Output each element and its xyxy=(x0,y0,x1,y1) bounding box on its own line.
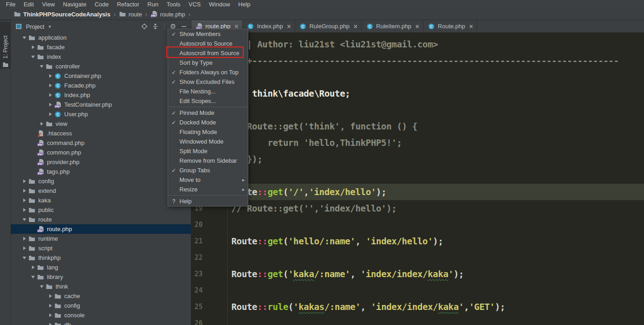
menu-item-file-nesting[interactable]: File Nesting... xyxy=(168,87,248,96)
code-line-25[interactable]: 25Route::rule('kakas/:name', 'index/inde… xyxy=(191,299,644,315)
chevron-right-icon[interactable] xyxy=(20,246,28,251)
tree-item-script[interactable]: script xyxy=(11,243,191,253)
chevron-down-icon[interactable] xyxy=(29,274,37,279)
tool-window-button-project[interactable]: 1: Project xyxy=(0,22,10,69)
chevron-right-icon[interactable] xyxy=(46,112,54,117)
menu-item-resize[interactable]: Resize▸ xyxy=(168,185,248,194)
code-line-14[interactable]: 14// Route::get('think', function () { xyxy=(191,118,644,134)
menubar-item-vcs[interactable]: VCS xyxy=(184,0,205,9)
tree-item-controller[interactable]: controller xyxy=(11,62,191,71)
tree-item-provider-php[interactable]: phpprovider.php xyxy=(11,157,191,167)
menu-item-edit-scopes[interactable]: Edit Scopes... xyxy=(168,96,248,106)
menu-item-remove-from-sidebar[interactable]: Remove from Sidebar xyxy=(168,156,248,165)
menu-item-move-to[interactable]: Move to▸ xyxy=(168,175,248,185)
menu-item-group-tabs[interactable]: ✓Group Tabs xyxy=(168,165,248,175)
tree-item-cache[interactable]: cache xyxy=(11,291,191,301)
tree-item-db[interactable]: db xyxy=(11,320,191,325)
tree-item-index-php[interactable]: CIndex.php xyxy=(11,90,191,100)
menubar-item-help[interactable]: Help xyxy=(234,0,255,9)
tree-item-thinkphp[interactable]: thinkphp xyxy=(11,253,191,263)
code-line-15[interactable]: 15// return 'hello,ThinkPHP5!'; xyxy=(191,134,644,151)
menu-item-help[interactable]: ?Help xyxy=(168,196,248,206)
chevron-right-icon[interactable] xyxy=(46,294,54,299)
locate-file-button[interactable] xyxy=(140,22,148,31)
code-line-26[interactable]: 26 xyxy=(191,315,644,325)
line-number[interactable]: 24 xyxy=(191,282,228,299)
tree-item-public[interactable]: public xyxy=(11,205,191,215)
chevron-right-icon[interactable] xyxy=(46,83,54,88)
tree-item-view[interactable]: view xyxy=(11,119,191,129)
tree-item-route[interactable]: route xyxy=(11,215,191,224)
tree-item-runtime[interactable]: runtime xyxy=(11,234,191,243)
tree-item-user-php[interactable]: CUser.php xyxy=(11,109,191,119)
code-line-16[interactable]: 16// }); xyxy=(191,151,644,167)
chevron-right-icon[interactable] xyxy=(20,198,28,203)
code-line-17[interactable]: 17 xyxy=(191,167,644,184)
tree-item-facade-php[interactable]: CFacade.php xyxy=(11,81,191,90)
breadcrumb-item-thinkphpsourcecodeanalysis[interactable]: ThinkPHPSourceCodeAnalysis xyxy=(14,10,110,18)
chevron-right-icon[interactable] xyxy=(46,303,54,308)
code-line-12[interactable]: 12use think\facade\Route; xyxy=(191,85,644,102)
line-number[interactable]: 23 xyxy=(191,266,228,282)
editor-tab-route-php[interactable]: CRoute.php× xyxy=(424,20,477,32)
chevron-right-icon[interactable] xyxy=(20,188,28,193)
chevron-down-icon[interactable] xyxy=(38,64,46,69)
code-line-19[interactable]: 19// Route::get('','index/hello'); xyxy=(191,200,644,217)
menu-item-autoscroll-to-source[interactable]: Autoscroll to Source xyxy=(168,39,248,48)
line-number[interactable]: 21 xyxy=(191,233,228,249)
tree-item-facade[interactable]: facade xyxy=(11,42,191,52)
chevron-right-icon[interactable] xyxy=(29,45,37,50)
code-line-24[interactable]: 24 xyxy=(191,282,644,299)
breadcrumb-item-route[interactable]: route xyxy=(119,10,142,18)
code-line-13[interactable]: 13 xyxy=(191,102,644,118)
code-line-10[interactable]: 10// +----------------------------------… xyxy=(191,52,644,69)
menu-item-autoscroll-from-source[interactable]: Autoscroll from Source xyxy=(168,48,248,58)
code-line-18[interactable]: 18Route::get('/','index/hello'); xyxy=(191,184,644,200)
chevron-down-icon[interactable] xyxy=(20,35,28,40)
code-line-22[interactable]: 22 xyxy=(191,249,644,266)
chevron-right-icon[interactable] xyxy=(46,313,54,318)
menubar-item-navigate[interactable]: Navigate xyxy=(59,0,90,9)
chevron-right-icon[interactable] xyxy=(46,322,54,325)
menubar-item-file[interactable]: File xyxy=(2,0,20,9)
menu-item-show-members[interactable]: ✓Show Members xyxy=(168,29,248,39)
chevron-right-icon[interactable] xyxy=(38,121,46,126)
menubar-item-view[interactable]: View xyxy=(38,0,59,9)
menu-item-pinned-mode[interactable]: ✓Pinned Mode xyxy=(168,108,248,118)
collapse-all-button[interactable] xyxy=(151,22,159,31)
tree-item-htaccess[interactable]: .htaccess xyxy=(11,129,191,138)
close-icon[interactable]: × xyxy=(469,23,473,30)
chevron-down-icon[interactable] xyxy=(29,54,37,59)
chevron-right-icon[interactable] xyxy=(20,207,28,212)
tree-item-lang[interactable]: lang xyxy=(11,263,191,272)
chevron-down-icon[interactable] xyxy=(20,217,28,222)
menubar-item-edit[interactable]: Edit xyxy=(20,0,38,9)
menu-item-docked-mode[interactable]: ✓Docked Mode xyxy=(168,118,248,127)
close-icon[interactable]: × xyxy=(415,23,419,30)
line-number[interactable]: 20 xyxy=(191,217,228,233)
tree-item-tags-php[interactable]: phptags.php xyxy=(11,167,191,176)
editor-tab-index-php[interactable]: CIndex.php× xyxy=(243,20,295,32)
breadcrumb-item-route-php[interactable]: phproute.php xyxy=(150,10,185,18)
editor-tab-ruleitem-php[interactable]: CRuleItem.php× xyxy=(362,20,424,32)
menubar-item-tools[interactable]: Tools xyxy=(163,0,184,9)
menubar-item-refactor[interactable]: Refactor xyxy=(113,0,143,9)
tree-item-config[interactable]: config xyxy=(11,301,191,310)
tree-item-command-php[interactable]: phpcommand.php xyxy=(11,138,191,148)
menu-item-folders-always-on-top[interactable]: ✓Folders Always on Top xyxy=(168,67,248,77)
chevron-right-icon[interactable] xyxy=(20,179,28,184)
tree-item-library[interactable]: library xyxy=(11,272,191,282)
chevron-right-icon[interactable] xyxy=(46,93,54,98)
code-line-23[interactable]: 23Route::get('kaka/:name', 'index/index/… xyxy=(191,266,644,282)
chevron-down-icon[interactable] xyxy=(20,255,28,260)
line-number[interactable]: 26 xyxy=(191,315,228,325)
line-number[interactable]: 25 xyxy=(191,299,228,315)
tree-item-application[interactable]: application xyxy=(11,33,191,42)
editor-tab-rulegroup-php[interactable]: CRuleGroup.php× xyxy=(295,20,362,32)
code-line-20[interactable]: 20 xyxy=(191,217,644,233)
tree-item-container-php[interactable]: CContainer.php xyxy=(11,71,191,81)
menu-item-sort-by-type[interactable]: Sort by Type xyxy=(168,58,248,67)
menubar-item-code[interactable]: Code xyxy=(91,0,113,9)
tree-item-testcontainer-php[interactable]: phpTestContainer.php xyxy=(11,100,191,109)
chevron-right-icon[interactable] xyxy=(20,236,28,241)
